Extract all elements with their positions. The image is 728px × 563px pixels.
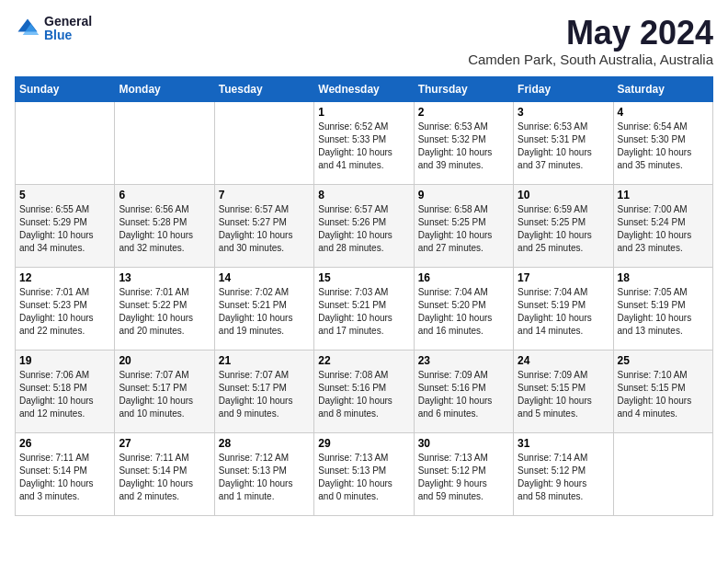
calendar-table: SundayMondayTuesdayWednesdayThursdayFrid…: [15, 76, 713, 516]
day-info: Sunrise: 7:13 AMSunset: 5:12 PMDaylight:…: [418, 452, 509, 503]
calendar-cell: [115, 101, 214, 184]
calendar-cell: 21Sunrise: 7:07 AMSunset: 5:17 PMDayligh…: [214, 350, 313, 432]
day-info: Sunrise: 7:06 AMSunset: 5:18 PMDaylight:…: [19, 369, 110, 420]
day-number: 9: [418, 189, 509, 201]
calendar-cell: 3Sunrise: 6:53 AMSunset: 5:31 PMDaylight…: [514, 101, 613, 184]
logo-general-text: General: [44, 15, 92, 29]
header-monday: Monday: [115, 76, 214, 101]
calendar-cell: [16, 101, 115, 184]
day-info: Sunrise: 7:01 AMSunset: 5:22 PMDaylight:…: [119, 286, 210, 338]
calendar-cell: 28Sunrise: 7:12 AMSunset: 5:13 PMDayligh…: [214, 432, 313, 515]
day-info: Sunrise: 6:56 AMSunset: 5:28 PMDaylight:…: [119, 203, 210, 255]
day-info: Sunrise: 7:03 AMSunset: 5:21 PMDaylight:…: [318, 286, 409, 338]
day-info: Sunrise: 7:13 AMSunset: 5:13 PMDaylight:…: [318, 452, 409, 503]
day-info: Sunrise: 6:59 AMSunset: 5:25 PMDaylight:…: [518, 203, 609, 255]
page-header: General Blue May 2024 Camden Park, South…: [15, 15, 713, 67]
header-saturday: Saturday: [613, 76, 712, 101]
calendar-cell: 19Sunrise: 7:06 AMSunset: 5:18 PMDayligh…: [16, 350, 115, 432]
day-number: 20: [119, 354, 210, 367]
day-number: 23: [418, 354, 509, 367]
day-info: Sunrise: 7:04 AMSunset: 5:20 PMDaylight:…: [418, 286, 509, 338]
day-info: Sunrise: 7:10 AMSunset: 5:15 PMDaylight:…: [618, 369, 709, 420]
header-friday: Friday: [514, 76, 613, 101]
calendar-cell: 14Sunrise: 7:02 AMSunset: 5:21 PMDayligh…: [214, 267, 313, 350]
day-info: Sunrise: 7:11 AMSunset: 5:14 PMDaylight:…: [19, 452, 110, 503]
calendar-week-4: 19Sunrise: 7:06 AMSunset: 5:18 PMDayligh…: [16, 350, 713, 432]
calendar-header-row: SundayMondayTuesdayWednesdayThursdayFrid…: [16, 76, 713, 101]
day-number: 11: [618, 189, 709, 201]
header-sunday: Sunday: [16, 76, 115, 101]
day-info: Sunrise: 6:54 AMSunset: 5:30 PMDaylight:…: [618, 121, 709, 172]
day-number: 8: [318, 189, 409, 201]
day-number: 21: [219, 354, 310, 367]
logo-icon: [15, 16, 40, 41]
month-title: May 2024: [468, 15, 713, 52]
calendar-cell: 12Sunrise: 7:01 AMSunset: 5:23 PMDayligh…: [16, 267, 115, 350]
day-info: Sunrise: 6:55 AMSunset: 5:29 PMDaylight:…: [19, 203, 110, 255]
day-info: Sunrise: 6:52 AMSunset: 5:33 PMDaylight:…: [318, 121, 409, 172]
day-info: Sunrise: 6:57 AMSunset: 5:27 PMDaylight:…: [219, 203, 310, 255]
day-number: 25: [618, 354, 709, 367]
day-info: Sunrise: 7:02 AMSunset: 5:21 PMDaylight:…: [219, 286, 310, 338]
calendar-week-5: 26Sunrise: 7:11 AMSunset: 5:14 PMDayligh…: [16, 432, 713, 515]
calendar-cell: 8Sunrise: 6:57 AMSunset: 5:26 PMDaylight…: [314, 184, 414, 267]
day-number: 5: [19, 189, 110, 201]
day-info: Sunrise: 7:08 AMSunset: 5:16 PMDaylight:…: [318, 369, 409, 420]
calendar-cell: 13Sunrise: 7:01 AMSunset: 5:22 PMDayligh…: [115, 267, 214, 350]
calendar-cell: 27Sunrise: 7:11 AMSunset: 5:14 PMDayligh…: [115, 432, 214, 515]
calendar-cell: [613, 432, 712, 515]
calendar-cell: 1Sunrise: 6:52 AMSunset: 5:33 PMDaylight…: [314, 101, 414, 184]
calendar-cell: 30Sunrise: 7:13 AMSunset: 5:12 PMDayligh…: [414, 432, 513, 515]
day-number: 26: [19, 437, 110, 450]
calendar-cell: 9Sunrise: 6:58 AMSunset: 5:25 PMDaylight…: [414, 184, 513, 267]
calendar-cell: 11Sunrise: 7:00 AMSunset: 5:24 PMDayligh…: [613, 184, 712, 267]
logo-blue-text: Blue: [44, 29, 92, 42]
day-info: Sunrise: 7:12 AMSunset: 5:13 PMDaylight:…: [219, 452, 310, 503]
calendar-cell: 2Sunrise: 6:53 AMSunset: 5:32 PMDaylight…: [414, 101, 513, 184]
header-wednesday: Wednesday: [314, 76, 414, 101]
day-number: 28: [219, 437, 310, 450]
calendar-cell: 31Sunrise: 7:14 AMSunset: 5:12 PMDayligh…: [514, 432, 613, 515]
day-number: 7: [219, 189, 310, 201]
calendar-cell: 5Sunrise: 6:55 AMSunset: 5:29 PMDaylight…: [16, 184, 115, 267]
day-number: 17: [518, 271, 609, 284]
day-number: 18: [618, 271, 709, 284]
day-number: 30: [418, 437, 509, 450]
calendar-cell: 25Sunrise: 7:10 AMSunset: 5:15 PMDayligh…: [613, 350, 712, 432]
day-number: 3: [518, 106, 609, 119]
title-section: May 2024 Camden Park, South Australia, A…: [468, 15, 713, 67]
day-info: Sunrise: 7:01 AMSunset: 5:23 PMDaylight:…: [19, 286, 110, 338]
calendar-cell: 15Sunrise: 7:03 AMSunset: 5:21 PMDayligh…: [314, 267, 414, 350]
day-number: 31: [518, 437, 609, 450]
day-number: 14: [219, 271, 310, 284]
day-info: Sunrise: 7:07 AMSunset: 5:17 PMDaylight:…: [119, 369, 210, 420]
day-info: Sunrise: 7:05 AMSunset: 5:19 PMDaylight:…: [618, 286, 709, 338]
logo: General Blue: [15, 15, 92, 43]
day-number: 13: [119, 271, 210, 284]
calendar-week-1: 1Sunrise: 6:52 AMSunset: 5:33 PMDaylight…: [16, 101, 713, 184]
day-number: 10: [518, 189, 609, 201]
day-info: Sunrise: 7:07 AMSunset: 5:17 PMDaylight:…: [219, 369, 310, 420]
day-number: 24: [518, 354, 609, 367]
day-number: 27: [119, 437, 210, 450]
header-tuesday: Tuesday: [214, 76, 313, 101]
day-info: Sunrise: 7:09 AMSunset: 5:15 PMDaylight:…: [518, 369, 609, 420]
calendar-cell: 18Sunrise: 7:05 AMSunset: 5:19 PMDayligh…: [613, 267, 712, 350]
day-number: 2: [418, 106, 509, 119]
day-info: Sunrise: 7:14 AMSunset: 5:12 PMDaylight:…: [518, 452, 609, 503]
calendar-cell: 29Sunrise: 7:13 AMSunset: 5:13 PMDayligh…: [314, 432, 414, 515]
day-number: 6: [119, 189, 210, 201]
calendar-cell: 24Sunrise: 7:09 AMSunset: 5:15 PMDayligh…: [514, 350, 613, 432]
calendar-cell: 26Sunrise: 7:11 AMSunset: 5:14 PMDayligh…: [16, 432, 115, 515]
day-info: Sunrise: 7:09 AMSunset: 5:16 PMDaylight:…: [418, 369, 509, 420]
location-text: Camden Park, South Australia, Australia: [468, 52, 713, 67]
day-info: Sunrise: 7:04 AMSunset: 5:19 PMDaylight:…: [518, 286, 609, 338]
calendar-cell: 17Sunrise: 7:04 AMSunset: 5:19 PMDayligh…: [514, 267, 613, 350]
day-number: 22: [318, 354, 409, 367]
calendar-cell: 4Sunrise: 6:54 AMSunset: 5:30 PMDaylight…: [613, 101, 712, 184]
calendar-cell: 23Sunrise: 7:09 AMSunset: 5:16 PMDayligh…: [414, 350, 513, 432]
day-info: Sunrise: 7:11 AMSunset: 5:14 PMDaylight:…: [119, 452, 210, 503]
day-info: Sunrise: 6:53 AMSunset: 5:31 PMDaylight:…: [518, 121, 609, 172]
calendar-cell: 20Sunrise: 7:07 AMSunset: 5:17 PMDayligh…: [115, 350, 214, 432]
day-number: 15: [318, 271, 409, 284]
